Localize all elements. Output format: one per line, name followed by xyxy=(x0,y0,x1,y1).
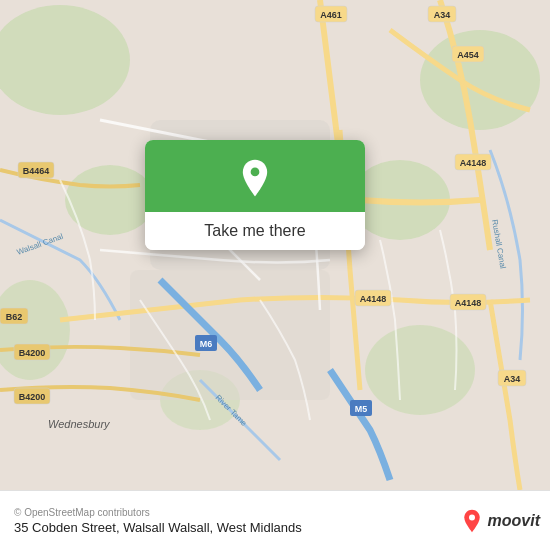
take-me-there-button[interactable]: Take me there xyxy=(145,212,365,250)
copyright-text: © OpenStreetMap contributors xyxy=(14,507,302,518)
svg-point-43 xyxy=(469,514,475,520)
location-pin-icon xyxy=(235,158,275,198)
svg-point-6 xyxy=(365,325,475,415)
svg-rect-9 xyxy=(130,270,330,400)
map-container: A461 A34 A454 A4148 A4148 A4148 A4148 B4… xyxy=(0,0,550,490)
svg-point-42 xyxy=(251,168,260,177)
svg-point-2 xyxy=(420,30,540,130)
svg-text:A461: A461 xyxy=(320,10,342,20)
svg-text:B4464: B4464 xyxy=(23,166,50,176)
moovit-logo: moovit xyxy=(460,509,540,533)
location-tooltip: Take me there xyxy=(145,140,365,250)
svg-text:A4148: A4148 xyxy=(455,298,482,308)
moovit-brand-text: moovit xyxy=(488,512,540,530)
svg-text:A34: A34 xyxy=(434,10,451,20)
svg-text:A454: A454 xyxy=(457,50,479,60)
tooltip-header xyxy=(145,140,365,212)
svg-text:M5: M5 xyxy=(355,404,368,414)
svg-text:A4148: A4148 xyxy=(460,158,487,168)
bottom-info: © OpenStreetMap contributors 35 Cobden S… xyxy=(14,507,302,535)
moovit-pin-icon xyxy=(460,509,484,533)
svg-text:A4148: A4148 xyxy=(360,294,387,304)
svg-text:M6: M6 xyxy=(200,339,213,349)
svg-text:Wednesbury: Wednesbury xyxy=(48,418,111,430)
bottom-bar: © OpenStreetMap contributors 35 Cobden S… xyxy=(0,490,550,550)
svg-text:B4200: B4200 xyxy=(19,348,46,358)
svg-text:B62: B62 xyxy=(6,312,23,322)
address-text: 35 Cobden Street, Walsall Walsall, West … xyxy=(14,520,302,535)
svg-text:A34: A34 xyxy=(504,374,521,384)
svg-text:B4200: B4200 xyxy=(19,392,46,402)
